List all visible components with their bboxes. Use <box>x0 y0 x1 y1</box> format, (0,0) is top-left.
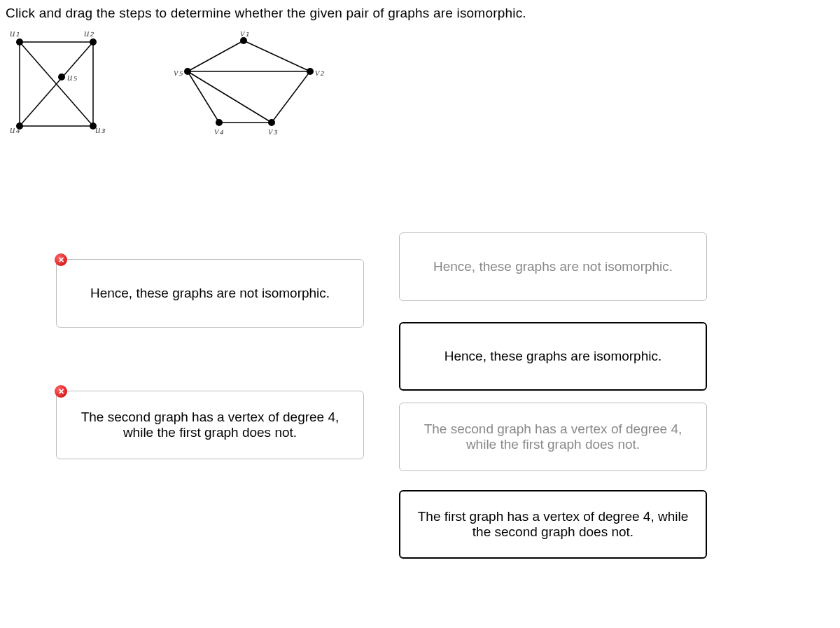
option-isomorphic-text: Hence, these graphs are isomorphic. <box>444 349 662 364</box>
option-second-deg4-text: The second graph has a vertex of degree … <box>414 421 692 452</box>
svg-point-22 <box>184 68 191 75</box>
graphs-figure: u₁ u₂ u₃ u₄ u₅ v₁ v₂ v₃ v₄ v₅ <box>6 28 335 147</box>
svg-point-7 <box>90 39 97 46</box>
svg-point-10 <box>58 74 65 81</box>
graph-g1: u₁ u₂ u₃ u₄ u₅ <box>10 28 106 135</box>
drop-slot-1-text: Hence, these graphs are not isomorphic. <box>90 286 330 301</box>
label-u4: u₄ <box>10 124 20 135</box>
drop-slot-2-text: The second graph has a vertex of degree … <box>71 410 349 440</box>
svg-point-19 <box>307 68 314 75</box>
label-u2: u₂ <box>84 28 94 39</box>
label-v2: v₂ <box>315 67 325 78</box>
incorrect-marker-1 <box>55 253 67 266</box>
option-not-isomorphic-text: Hence, these graphs are not isomorphic. <box>433 259 673 274</box>
svg-line-17 <box>188 71 272 123</box>
label-v3: v₃ <box>268 125 278 137</box>
option-first-deg4[interactable]: The first graph has a vertex of degree 4… <box>399 490 707 559</box>
svg-line-14 <box>188 71 219 123</box>
label-v1: v₁ <box>240 28 249 39</box>
label-v4: v₄ <box>214 125 224 137</box>
option-first-deg4-text: The first graph has a vertex of degree 4… <box>414 509 692 540</box>
incorrect-marker-2 <box>55 385 67 398</box>
svg-line-11 <box>244 41 310 71</box>
drop-slot-2[interactable]: The second graph has a vertex of degree … <box>56 391 364 459</box>
svg-point-6 <box>16 39 23 46</box>
option-second-deg4[interactable]: The second graph has a vertex of degree … <box>399 403 707 471</box>
svg-line-15 <box>188 41 244 71</box>
drop-slot-1[interactable]: Hence, these graphs are not isomorphic. <box>56 259 364 328</box>
instruction-text: Click and drag the steps to determine wh… <box>6 6 526 21</box>
label-u3: u₃ <box>95 124 106 135</box>
label-v5: v₅ <box>174 67 183 78</box>
graph-g2: v₁ v₂ v₃ v₄ v₅ <box>174 28 325 137</box>
label-u5: u₅ <box>67 71 78 83</box>
svg-line-12 <box>272 71 310 123</box>
option-isomorphic[interactable]: Hence, these graphs are isomorphic. <box>399 322 707 391</box>
label-u1: u₁ <box>10 28 20 39</box>
option-not-isomorphic[interactable]: Hence, these graphs are not isomorphic. <box>399 232 707 301</box>
